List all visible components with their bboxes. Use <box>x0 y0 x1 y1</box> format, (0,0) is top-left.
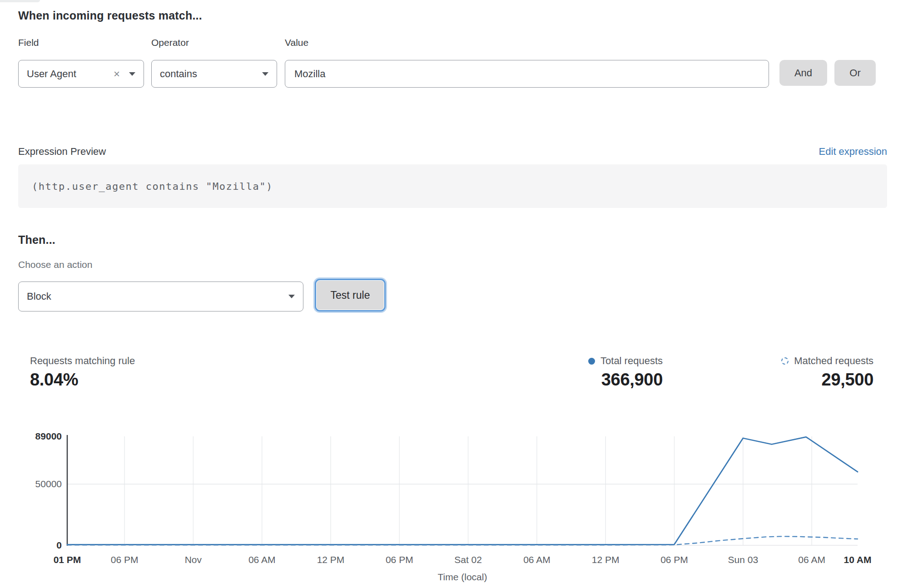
series-total-line <box>67 437 858 544</box>
y-tick-label: 50000 <box>35 479 62 489</box>
x-tick-label: Sun 03 <box>728 554 759 565</box>
x-tick-label: 06 AM <box>248 554 276 565</box>
time-axis-label: Time (local) <box>438 572 487 582</box>
x-tick-label: 06 PM <box>386 554 413 565</box>
x-tick-label: 06 PM <box>111 554 139 565</box>
x-tick-label: 06 AM <box>523 554 551 565</box>
y-tick-label: 89000 <box>35 431 62 441</box>
x-tick-label: 06 AM <box>798 554 825 565</box>
x-tick-label: Sat 02 <box>454 554 482 565</box>
x-tick-label: Nov <box>185 554 202 565</box>
x-tick-label: 06 PM <box>660 554 688 565</box>
y-tick-label: 0 <box>56 540 62 550</box>
requests-chart: 0500008900001 PM06 PMNov06 AM12 PM06 PMS… <box>0 0 908 588</box>
x-tick-label: 10 AM <box>843 554 871 565</box>
x-tick-label: 12 PM <box>592 554 620 565</box>
x-tick-label: 12 PM <box>317 554 345 565</box>
series-matched-line <box>67 536 858 545</box>
x-tick-label: 01 PM <box>54 554 81 565</box>
